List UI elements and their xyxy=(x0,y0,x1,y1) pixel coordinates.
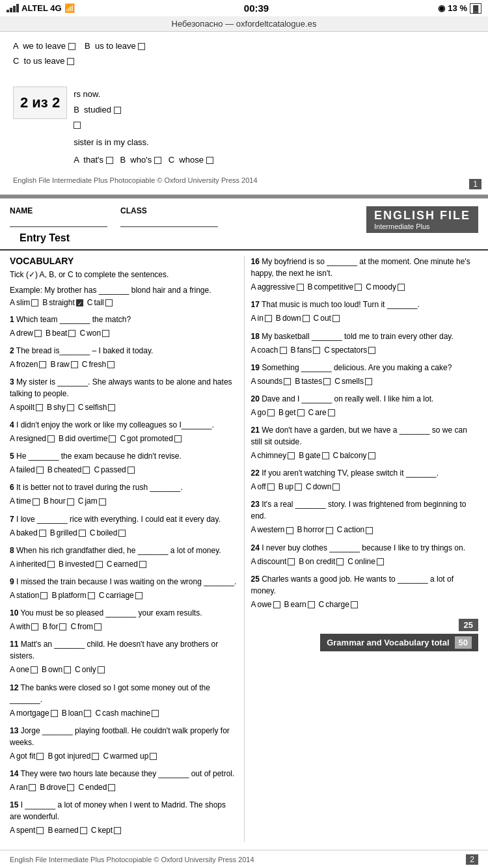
cb-8-b[interactable] xyxy=(96,561,103,568)
cb-16-a[interactable] xyxy=(297,284,304,291)
cb-7-a[interactable] xyxy=(39,530,46,537)
cb-23-b[interactable] xyxy=(326,527,333,534)
cb-12-b[interactable] xyxy=(84,710,91,717)
cb-15-a[interactable] xyxy=(36,827,44,834)
cb-17-c[interactable] xyxy=(332,315,340,322)
cb-22-b[interactable] xyxy=(295,483,302,491)
cb-21-b[interactable] xyxy=(322,452,329,459)
question-13: 13 Jorge _______ playing football. He co… xyxy=(10,725,237,763)
checkbox-whose[interactable] xyxy=(206,157,213,164)
cb-13-a[interactable] xyxy=(36,753,44,760)
cb-22-c[interactable] xyxy=(332,483,340,491)
checkbox-a1[interactable] xyxy=(68,43,75,50)
cb-4-a[interactable] xyxy=(47,435,55,442)
cb-20-b[interactable] xyxy=(297,409,305,416)
cb-24-c[interactable] xyxy=(377,558,384,565)
cb-22-a[interactable] xyxy=(267,483,275,491)
cb-3-b[interactable] xyxy=(67,404,74,411)
cb-12-c[interactable] xyxy=(152,710,159,717)
cb-7-b[interactable] xyxy=(79,530,86,537)
checkbox-studied[interactable] xyxy=(114,107,121,114)
option-25-b: B earn xyxy=(284,599,315,611)
option-23-b: B horror xyxy=(297,524,333,536)
cb-14-a[interactable] xyxy=(29,784,36,791)
cb-11-c[interactable] xyxy=(98,666,105,673)
cb-21-c[interactable] xyxy=(368,452,375,459)
cb-25-c[interactable] xyxy=(351,601,358,608)
cb-12-a[interactable] xyxy=(51,710,58,717)
page2-copyright: English File Intermediate Plus Photocopi… xyxy=(10,856,254,863)
cb-23-c[interactable] xyxy=(366,527,373,534)
cb-23-a[interactable] xyxy=(286,527,293,534)
cb-9-b[interactable] xyxy=(88,592,95,599)
cb-13-b[interactable] xyxy=(92,753,99,760)
cb-10-c[interactable] xyxy=(94,623,102,631)
checkbox-c1[interactable] xyxy=(67,58,74,65)
cb-5-b[interactable] xyxy=(83,467,90,474)
cb-24-b[interactable] xyxy=(336,558,344,565)
cb-20-a[interactable] xyxy=(267,409,275,416)
cb-25-a[interactable] xyxy=(273,601,280,608)
cb-5-c[interactable] xyxy=(128,467,135,474)
cb-4-c[interactable] xyxy=(174,435,182,442)
cb-8-a[interactable] xyxy=(47,561,55,568)
cb-17-b[interactable] xyxy=(303,315,310,322)
cb-slim[interactable] xyxy=(31,299,38,306)
cb-9-a[interactable] xyxy=(40,592,47,599)
cb-18-c[interactable] xyxy=(368,347,375,354)
cb-21-a[interactable] xyxy=(288,452,295,459)
cb-2-b[interactable] xyxy=(71,361,78,368)
class-line[interactable] xyxy=(120,217,218,227)
checkbox-whos[interactable] xyxy=(154,157,161,164)
cb-straight[interactable] xyxy=(76,299,83,306)
checkbox-b1[interactable] xyxy=(138,43,145,50)
cb-6-a[interactable] xyxy=(33,498,40,506)
label-16-a: aggressive xyxy=(258,281,295,293)
cb-19-c[interactable] xyxy=(365,378,372,385)
cb-13-c[interactable] xyxy=(150,753,157,760)
cb-1-b[interactable] xyxy=(68,330,75,337)
cb-10-a[interactable] xyxy=(31,623,38,631)
cb-14-b[interactable] xyxy=(67,784,74,791)
question-text-22: 22 If you aren't watching TV, please swi… xyxy=(251,467,479,479)
cb-4-b[interactable] xyxy=(109,435,116,442)
option-b-text: B us to leave xyxy=(85,41,136,51)
url-bar[interactable]: Небезопасно — oxfordeltcatalogue.es xyxy=(0,16,488,32)
cb-14-c[interactable] xyxy=(108,784,115,791)
cb-9-c[interactable] xyxy=(135,592,142,599)
cb-3-a[interactable] xyxy=(36,404,43,411)
cb-16-c[interactable] xyxy=(398,284,405,291)
cb-11-b[interactable] xyxy=(64,666,71,673)
cb-18-b[interactable] xyxy=(313,347,320,354)
cb-3-c[interactable] xyxy=(108,404,115,411)
cb-11-a[interactable] xyxy=(31,666,38,673)
cb-6-c[interactable] xyxy=(99,498,106,506)
cb-19-a[interactable] xyxy=(284,378,291,385)
cb-20-c[interactable] xyxy=(328,409,335,416)
cb-10-b[interactable] xyxy=(59,623,66,631)
cb-24-a[interactable] xyxy=(288,558,295,565)
cb-7-c[interactable] xyxy=(118,530,126,537)
cb-15-b[interactable] xyxy=(80,827,87,834)
cb-6-b[interactable] xyxy=(67,498,74,506)
cb-5-a[interactable] xyxy=(36,467,44,474)
cb-19-b[interactable] xyxy=(323,378,331,385)
cb-2-a[interactable] xyxy=(39,361,46,368)
label-14-c: ended xyxy=(85,781,107,794)
checkbox-thats[interactable] xyxy=(106,157,113,164)
cb-8-c[interactable] xyxy=(139,561,146,568)
name-line[interactable] xyxy=(10,217,107,227)
question-25: 25 Charles wants a good job. He wants to… xyxy=(251,573,479,611)
cb-18-a[interactable] xyxy=(280,347,287,354)
checkbox-extra[interactable] xyxy=(74,122,81,129)
cb-tall[interactable] xyxy=(105,299,113,306)
label-18-a: coach xyxy=(258,344,278,357)
studied-label: B studied xyxy=(74,105,111,115)
cb-17-a[interactable] xyxy=(265,315,272,322)
cb-1-c[interactable] xyxy=(102,330,109,337)
cb-25-b[interactable] xyxy=(308,601,315,608)
cb-15-c[interactable] xyxy=(114,827,121,834)
cb-1-a[interactable] xyxy=(34,330,42,337)
cb-16-b[interactable] xyxy=(355,284,362,291)
cb-2-c[interactable] xyxy=(107,361,115,368)
